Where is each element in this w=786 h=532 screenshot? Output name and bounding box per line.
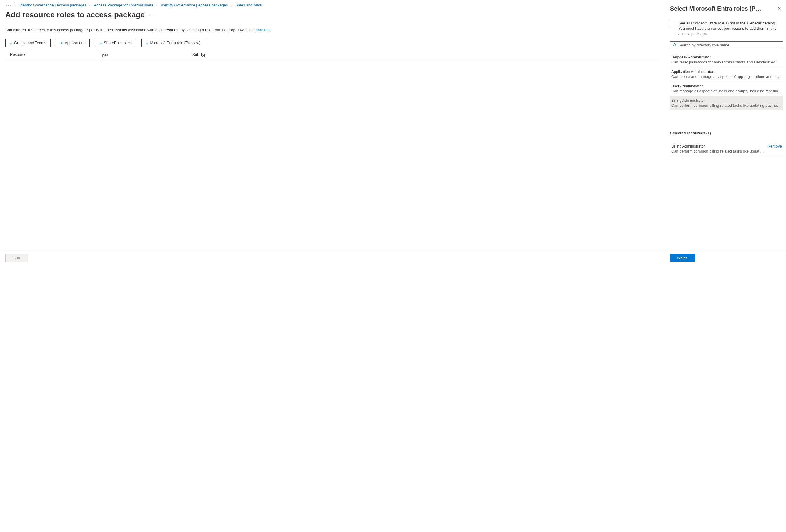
see-all-label: See all Microsoft Entra role(s) not in t… [678,21,783,37]
role-name: Helpdesk Administrator [671,55,782,59]
panel-title: Select Microsoft Entra roles (P… [670,5,776,12]
selected-desc: Can perform common billing related tasks… [671,149,765,153]
breadcrumb-link-3[interactable]: Sales and Mark [235,3,262,7]
plus-icon: + [10,40,13,45]
page-description-text: Add different resources to this access p… [5,28,254,32]
role-desc: Can perform common billing related tasks… [671,103,782,107]
add-applications-button[interactable]: + Applications [56,39,90,47]
button-label: Microsoft Entra role (Preview) [150,41,200,45]
breadcrumb-link-2[interactable]: Identity Governance | Access packages [161,3,228,7]
role-item-application-admin[interactable]: Application Administrator Can create and… [670,67,783,81]
svg-point-0 [673,43,676,46]
add-entra-role-button[interactable]: + Microsoft Entra role (Preview) [141,39,205,47]
chevron-right-icon: 〉 [156,3,159,7]
role-name: User Administrator [671,84,782,88]
plus-icon: + [99,40,102,45]
role-item-billing-admin[interactable]: Billing Administrator Can perform common… [670,96,783,110]
chevron-right-icon: 〉 [89,3,91,7]
role-item-helpdesk-admin[interactable]: Helpdesk Administrator Can reset passwor… [670,53,783,67]
role-item-user-admin[interactable]: User Administrator Can manage all aspect… [670,81,783,96]
svg-line-1 [675,46,676,46]
button-label: SharePoint sites [104,41,132,45]
close-icon[interactable]: ✕ [776,5,783,13]
remove-link[interactable]: Remove [768,144,782,148]
search-box[interactable] [670,42,783,49]
resource-type-toolbar: + Groups and Teams + Applications + Shar… [5,39,658,47]
page-title: Add resource roles to access package [5,10,145,19]
see-all-checkbox[interactable] [670,21,675,26]
add-sharepoint-sites-button[interactable]: + SharePoint sites [95,39,136,47]
select-roles-panel: Select Microsoft Entra roles (P… ✕ See a… [664,0,786,266]
add-button[interactable]: Add [5,254,28,262]
breadcrumb-link-1[interactable]: Access Package for External users [94,3,153,7]
selected-name: Billing Administrator [671,144,765,148]
table-header: Resource Type Sub Type [5,52,658,60]
column-type[interactable]: Type [100,52,192,57]
role-name: Billing Administrator [671,98,782,102]
selected-heading: Selected resources (1) [670,131,783,135]
breadcrumb: · · · 〉 Identity Governance | Access pac… [5,3,658,7]
selected-resources-section: Selected resources (1) Billing Administr… [670,131,783,155]
main-footer: Add [0,249,664,266]
plus-icon: + [146,40,148,45]
search-icon [673,43,676,48]
main-content: · · · 〉 Identity Governance | Access pac… [0,0,664,266]
breadcrumb-link-0[interactable]: Identity Governance | Access packages [19,3,86,7]
chevron-right-icon: 〉 [230,3,233,7]
breadcrumb-ellipsis[interactable]: · · · [5,3,12,7]
learn-more-link[interactable]: Learn mo [254,28,270,32]
role-desc: Can manage all aspects of users and grou… [671,89,782,93]
button-label: Groups and Teams [14,41,46,45]
chevron-right-icon: 〉 [14,3,17,7]
panel-footer: Select [664,249,786,266]
more-icon[interactable]: · · · [149,13,157,18]
button-label: Applications [65,41,85,45]
plus-icon: + [60,40,63,45]
role-name: Application Administrator [671,69,782,74]
add-groups-teams-button[interactable]: + Groups and Teams [5,39,51,47]
select-button[interactable]: Select [670,254,695,262]
role-desc: Can reset passwords for non-administrato… [671,60,782,64]
role-desc: Can create and manage all aspects of app… [671,74,782,79]
search-input[interactable] [678,43,780,47]
role-list: Helpdesk Administrator Can reset passwor… [670,53,783,110]
page-description: Add different resources to this access p… [5,28,658,32]
column-subtype[interactable]: Sub Type [192,52,654,57]
selected-item-billing-admin: Billing Administrator Can perform common… [670,142,783,155]
column-resource[interactable]: Resource [10,52,100,57]
